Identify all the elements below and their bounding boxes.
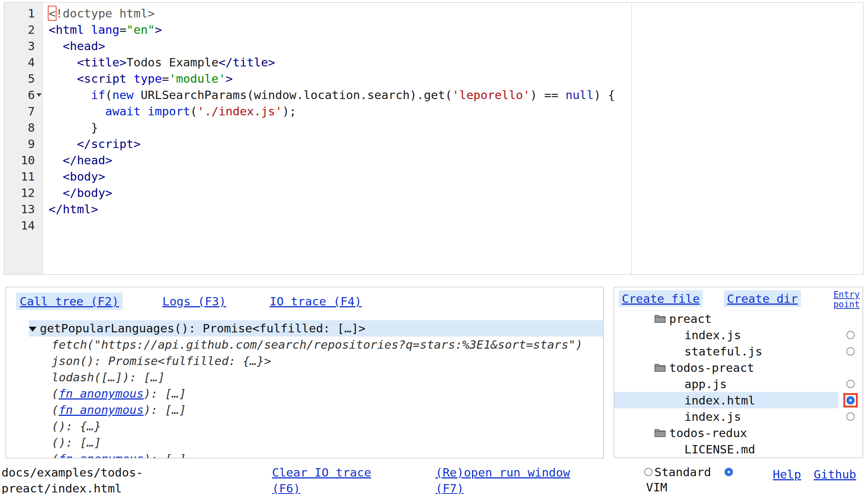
- entry-point-radio[interactable]: [846, 396, 855, 404]
- entry-point-radio[interactable]: [846, 412, 855, 421]
- create-file-button[interactable]: Create file: [619, 290, 703, 307]
- keyboard-mode-label-vim[interactable]: VIM: [646, 480, 667, 494]
- keyboard-mode-group: Standard VIM: [644, 464, 743, 494]
- keyboard-mode-radio[interactable]: [725, 468, 733, 476]
- line-number: 1: [4, 5, 42, 22]
- file-label: app.js: [614, 376, 838, 392]
- entry-point-cell: [838, 412, 863, 421]
- code-line: </script>: [49, 136, 631, 152]
- folder-icon: [654, 314, 666, 323]
- line-number: 3: [4, 38, 42, 54]
- status-bar: docs/examples/todos-preact/index.html Cl…: [0, 464, 868, 494]
- fn-anonymous-link[interactable]: fn anonymous: [59, 387, 144, 400]
- clear-io-trace-button[interactable]: Clear IO trace (F6): [272, 464, 397, 494]
- calltree-row[interactable]: (fn anonymous): […]: [52, 451, 603, 458]
- code-line: [49, 217, 631, 234]
- entry-point-cell: [838, 393, 863, 407]
- screen: 1234567891011121314 <!doctype html><html…: [0, 0, 868, 494]
- create-dir-button[interactable]: Create dir: [724, 290, 801, 307]
- line-number: 12: [4, 185, 42, 201]
- file-row[interactable]: stateful.js: [614, 343, 863, 359]
- calltree-tabs: Call tree (F2) Logs (F3) IO trace (F4): [16, 293, 394, 310]
- keyboard-mode-label-standard[interactable]: Standard: [654, 464, 711, 480]
- file-row[interactable]: index.js: [614, 408, 863, 425]
- line-number: 2: [4, 22, 42, 38]
- calltree-row[interactable]: lodash([…]): […]: [52, 369, 603, 385]
- tab-logs[interactable]: Logs (F3): [159, 293, 230, 310]
- code-line: }: [49, 120, 631, 136]
- line-number: 4: [4, 54, 42, 71]
- code-line: if(new URLSearchParams(window.location.s…: [49, 87, 631, 103]
- calltree-rows: getPopularLanguages(): Promise<fulfilled…: [6, 320, 603, 458]
- editor-empty-pane: [631, 3, 863, 274]
- file-label: index.html: [614, 392, 838, 408]
- code-line: <body>: [49, 168, 631, 185]
- calltree-row[interactable]: fetch("https://api.github.com/search/rep…: [52, 337, 603, 353]
- line-number: 5: [4, 71, 42, 87]
- calltree-row[interactable]: json(): Promise<fulfilled: {…}>: [52, 353, 603, 369]
- line-number: 13: [4, 201, 42, 217]
- calltree-row[interactable]: getPopularLanguages(): Promise<fulfilled…: [29, 320, 603, 337]
- file-label: index.js: [614, 408, 838, 425]
- calltree-row[interactable]: (): […]: [52, 434, 603, 451]
- file-label: todos-preact: [614, 359, 838, 376]
- tab-call-tree[interactable]: Call tree (F2): [16, 293, 123, 310]
- entry-point-cell: [838, 347, 863, 356]
- line-number: 10: [4, 152, 42, 168]
- code-line: <script type='module'>: [49, 71, 631, 87]
- entry-point-header: Entry point: [829, 289, 860, 309]
- folder-row[interactable]: todos-redux: [614, 425, 863, 441]
- file-row[interactable]: LICENSE.md: [614, 441, 863, 457]
- file-label: index.js: [614, 327, 838, 343]
- files-panel: Create file Create dir Entry point preac…: [614, 287, 863, 458]
- entry-point-cell: [838, 380, 863, 388]
- calltree-row[interactable]: (): {…}: [52, 418, 603, 434]
- entry-point-radio[interactable]: [846, 380, 855, 388]
- folder-icon: [654, 428, 666, 437]
- code-line: </body>: [49, 185, 631, 201]
- editor-gutter: 1234567891011121314: [4, 3, 43, 274]
- calltree-row[interactable]: (fn anonymous): […]: [52, 402, 603, 418]
- code-line: </head>: [49, 152, 631, 168]
- folder-row[interactable]: todos-preact: [614, 359, 863, 376]
- file-tree: preactindex.jsstateful.jstodos-preactapp…: [614, 310, 863, 458]
- fn-anonymous-link[interactable]: fn anonymous: [59, 452, 144, 458]
- line-number: 7: [4, 103, 42, 120]
- collapse-arrow-icon[interactable]: [29, 327, 36, 332]
- keyboard-mode-radio[interactable]: [644, 468, 653, 476]
- code-line: <html lang="en">: [49, 22, 631, 38]
- entry-point-radio[interactable]: [846, 347, 855, 356]
- calltree-row[interactable]: (fn anonymous): […]: [52, 385, 603, 402]
- reopen-run-window-button[interactable]: (Re)open run window (F7): [436, 464, 580, 494]
- files-header: Create file Create dir Entry point: [619, 290, 860, 309]
- file-label: preact: [614, 310, 838, 327]
- calltree-panel: Call tree (F2) Logs (F3) IO trace (F4) g…: [6, 287, 604, 458]
- entry-point-radio[interactable]: [846, 331, 855, 339]
- folder-icon: [654, 363, 666, 372]
- tab-io-trace[interactable]: IO trace (F4): [266, 293, 366, 310]
- file-row[interactable]: index.html: [614, 392, 863, 408]
- line-number: 11: [4, 168, 42, 185]
- code-line: <title>Todos Example</title>: [49, 54, 631, 71]
- line-number: 6: [4, 87, 42, 103]
- current-file-path: docs/examples/todos-preact/index.html: [2, 464, 146, 494]
- code-line: </html>: [49, 201, 631, 217]
- github-link[interactable]: Github: [814, 466, 856, 482]
- line-number: 8: [4, 120, 42, 136]
- line-number: 14: [4, 217, 42, 234]
- fold-icon[interactable]: [36, 93, 42, 97]
- code-editor[interactable]: 1234567891011121314 <!doctype html><html…: [4, 2, 863, 275]
- file-label: todos-redux: [614, 425, 838, 441]
- help-link[interactable]: Help: [773, 466, 801, 482]
- folder-row[interactable]: preact: [614, 310, 863, 327]
- code-line: await import('./index.js');: [49, 103, 631, 120]
- editor-code[interactable]: <!doctype html><html lang="en"> <head> <…: [43, 3, 631, 274]
- code-line: <!doctype html>: [49, 5, 631, 22]
- entry-point-cell: [838, 331, 863, 339]
- file-row[interactable]: index.js: [614, 327, 863, 343]
- line-number: 9: [4, 136, 42, 152]
- file-row[interactable]: app.js: [614, 376, 863, 392]
- entry-point-selection-box: [843, 393, 858, 407]
- file-label: LICENSE.md: [614, 441, 838, 457]
- fn-anonymous-link[interactable]: fn anonymous: [59, 403, 144, 417]
